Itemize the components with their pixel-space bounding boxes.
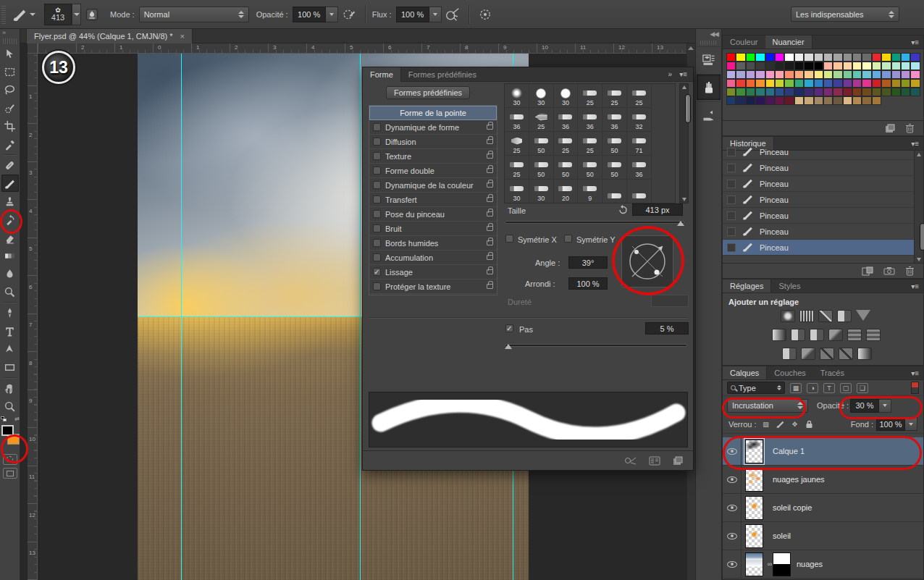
- color-swatch[interactable]: [910, 88, 920, 96]
- color-swatch[interactable]: [736, 70, 745, 79]
- color-swatch[interactable]: [833, 70, 842, 79]
- history-brush-tool[interactable]: [1, 211, 19, 228]
- color-swatch[interactable]: [784, 70, 794, 79]
- color-swatch[interactable]: [823, 79, 833, 88]
- color-swatch[interactable]: [852, 88, 862, 96]
- color-swatch[interactable]: [804, 79, 813, 88]
- roundness-field[interactable]: 100 %: [568, 277, 608, 290]
- brush-option-item[interactable]: Transfert: [369, 193, 497, 207]
- color-swatch[interactable]: [736, 62, 745, 70]
- color-swatch[interactable]: [784, 96, 794, 105]
- brush-preset[interactable]: 36: [554, 108, 579, 132]
- color-swatch[interactable]: [726, 79, 736, 88]
- color-swatch[interactable]: [814, 62, 823, 70]
- lock-pixels-icon[interactable]: [776, 419, 786, 429]
- swap-colors-icon[interactable]: ⇄: [14, 416, 20, 422]
- tab-couches[interactable]: Couches: [767, 366, 812, 379]
- color-swatch[interactable]: [755, 79, 765, 88]
- color-swatch[interactable]: [736, 88, 745, 96]
- color-swatch[interactable]: [881, 79, 891, 88]
- brush-preset[interactable]: 30: [554, 84, 579, 108]
- color-swatch[interactable]: [872, 96, 881, 105]
- brush-preset[interactable]: 50: [529, 132, 554, 156]
- airbrush-icon[interactable]: [443, 5, 462, 24]
- layer-mask-thumbnail[interactable]: [773, 552, 791, 576]
- layer-visibility-toggle[interactable]: [723, 550, 742, 579]
- layer-thumbnail[interactable]: [745, 496, 763, 520]
- color-swatch[interactable]: [891, 70, 901, 79]
- brush-preset[interactable]: 25: [578, 132, 602, 156]
- color-swatch[interactable]: [746, 79, 755, 88]
- marquee-tool[interactable]: [1, 63, 19, 80]
- color-swatch[interactable]: [746, 70, 755, 79]
- brush-preset[interactable]: 50: [578, 156, 602, 180]
- color-swatch[interactable]: [794, 79, 804, 88]
- brush-option-item[interactable]: Bords humides: [369, 236, 497, 251]
- eraser-tool[interactable]: [1, 229, 19, 246]
- black-white-icon[interactable]: [810, 329, 824, 341]
- spacing-slider-thumb[interactable]: [505, 344, 512, 349]
- brush-preset[interactable]: 25: [554, 132, 579, 156]
- brush-preset[interactable]: 25: [505, 156, 529, 180]
- history-source-checkbox[interactable]: [727, 211, 736, 220]
- screen-mode-button[interactable]: [3, 468, 17, 479]
- brush-tool[interactable]: [1, 175, 19, 192]
- posterize-icon[interactable]: [801, 348, 815, 360]
- color-swatch[interactable]: [804, 62, 813, 70]
- color-swatch[interactable]: [852, 62, 862, 70]
- color-swatch[interactable]: [881, 70, 891, 79]
- color-swatch[interactable]: [872, 70, 881, 79]
- lasso-tool[interactable]: [1, 81, 19, 98]
- color-swatch[interactable]: [755, 53, 765, 62]
- gradient-tool[interactable]: [1, 247, 19, 264]
- color-swatch[interactable]: [794, 96, 804, 105]
- option-checkbox[interactable]: [373, 152, 381, 160]
- quick-mask-button[interactable]: [3, 454, 17, 465]
- color-swatch[interactable]: [901, 88, 910, 96]
- brush-preset[interactable]: 30: [529, 84, 554, 108]
- crop-tool[interactable]: [1, 117, 19, 135]
- brush-preset[interactable]: 50: [602, 132, 627, 156]
- color-swatch[interactable]: [765, 70, 775, 79]
- brush-preset[interactable]: 25: [529, 108, 554, 132]
- size-slider[interactable]: [505, 221, 684, 224]
- layer-row[interactable]: soleil copie: [723, 494, 923, 522]
- flow-field[interactable]: 100 %: [396, 7, 429, 22]
- brush-option-item[interactable]: Protéger la texture: [369, 280, 497, 294]
- color-swatch[interactable]: [814, 70, 823, 79]
- brush-preset[interactable]: 20: [554, 180, 579, 203]
- tab-traces[interactable]: Tracés: [813, 366, 852, 379]
- clone-stamp-tool[interactable]: [1, 193, 19, 210]
- tab-forme[interactable]: Forme: [363, 67, 401, 82]
- brush-preset[interactable]: 36: [627, 156, 652, 180]
- tab-styles[interactable]: Styles: [771, 280, 807, 293]
- color-swatch[interactable]: [755, 88, 765, 96]
- symmetry-y-checkbox[interactable]: [564, 235, 572, 243]
- layer-visibility-toggle[interactable]: [723, 437, 742, 466]
- channel-mixer-icon[interactable]: [847, 329, 862, 341]
- color-swatch[interactable]: [765, 53, 775, 62]
- brush-preset[interactable]: 50: [529, 156, 554, 180]
- symmetry-x-checkbox[interactable]: [505, 235, 513, 243]
- color-swatch[interactable]: [746, 62, 755, 70]
- layer-fill-field[interactable]: 100 %: [876, 417, 905, 431]
- blur-tool[interactable]: [1, 265, 19, 282]
- color-swatch[interactable]: [833, 79, 842, 88]
- color-swatch[interactable]: [833, 62, 842, 70]
- color-swatch[interactable]: [891, 88, 901, 96]
- brush-option-item[interactable]: Accumulation: [369, 251, 497, 265]
- brush-preset[interactable]: 32: [627, 108, 652, 132]
- color-swatch[interactable]: [775, 62, 784, 70]
- layer-opacity-field[interactable]: 30 %: [850, 399, 879, 413]
- layer-visibility-toggle[interactable]: [723, 494, 742, 522]
- color-swatch[interactable]: [862, 96, 871, 105]
- brush-preview-toggle-icon[interactable]: [624, 455, 637, 466]
- panel-menu-icon[interactable]: ▾≡: [679, 70, 687, 78]
- preset-manager-icon[interactable]: [649, 456, 660, 466]
- color-swatch[interactable]: [862, 70, 871, 79]
- brush-preset[interactable]: 25: [602, 84, 627, 108]
- mask-link-icon[interactable]: ∞: [767, 560, 773, 568]
- color-swatch[interactable]: [765, 88, 775, 96]
- history-state-row[interactable]: Pinceau: [723, 208, 914, 224]
- tab-reglages[interactable]: Réglages: [723, 280, 771, 293]
